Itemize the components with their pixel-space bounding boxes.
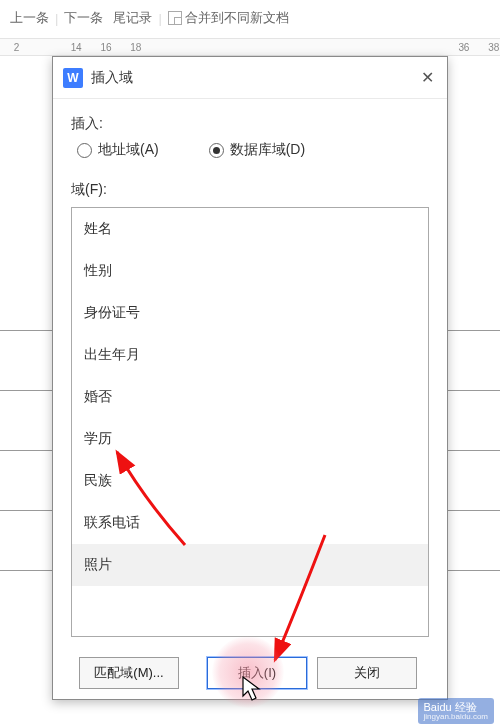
titlebar: W 插入域 ✕: [53, 57, 447, 99]
list-item-label: 婚否: [84, 388, 112, 406]
separator: |: [55, 11, 58, 26]
merge-button[interactable]: 合并到不同新文档: [168, 9, 289, 27]
list-item-label: 性别: [84, 262, 112, 280]
radio-label: 数据库域(D): [230, 141, 305, 159]
merge-label: 合并到不同新文档: [185, 9, 289, 27]
tail-record[interactable]: 尾记录: [113, 9, 152, 27]
match-fields-button[interactable]: 匹配域(M)...: [79, 657, 179, 689]
list-item[interactable]: 性别: [72, 250, 428, 292]
radio-database-field[interactable]: 数据库域(D): [209, 141, 305, 159]
watermark: Baidu 经验 jingyan.baidu.com: [418, 698, 494, 724]
list-item[interactable]: 出生年月: [72, 334, 428, 376]
insert-button[interactable]: 插入(I): [207, 657, 307, 689]
ruler: 2 1416 18 36 38: [0, 38, 500, 56]
dialog-button-row: 匹配域(M)... 插入(I) 关闭: [71, 647, 429, 699]
list-item[interactable]: 照片: [72, 544, 428, 586]
list-item[interactable]: 婚否: [72, 376, 428, 418]
radio-label: 地址域(A): [98, 141, 159, 159]
next-record[interactable]: 下一条: [64, 9, 103, 27]
radio-icon: [77, 143, 92, 158]
list-item-label: 民族: [84, 472, 112, 490]
radio-group-insert-type: 地址域(A) 数据库域(D): [71, 141, 429, 159]
list-item-label: 学历: [84, 430, 112, 448]
close-icon[interactable]: ✕: [417, 68, 437, 87]
list-item[interactable]: 学历: [72, 418, 428, 460]
list-item-label: 出生年月: [84, 346, 140, 364]
list-item-label: 联系电话: [84, 514, 140, 532]
field-list-label: 域(F):: [71, 181, 429, 199]
list-item[interactable]: 姓名: [72, 208, 428, 250]
insert-field-dialog: W 插入域 ✕ 插入: 地址域(A) 数据库域(D) 域(F): 姓名 性别 身…: [52, 56, 448, 700]
field-listbox[interactable]: 姓名 性别 身份证号 出生年月 婚否 学历 民族 联系电话 照片: [71, 207, 429, 637]
dialog-title: 插入域: [91, 69, 417, 87]
radio-address-field[interactable]: 地址域(A): [77, 141, 159, 159]
watermark-sub: jingyan.baidu.com: [424, 713, 488, 722]
list-item[interactable]: 身份证号: [72, 292, 428, 334]
list-item[interactable]: 联系电话: [72, 502, 428, 544]
prev-record[interactable]: 上一条: [10, 9, 49, 27]
list-item[interactable]: 民族: [72, 460, 428, 502]
list-item-label: 照片: [84, 556, 112, 574]
list-item-label: 姓名: [84, 220, 112, 238]
list-item-label: 身份证号: [84, 304, 140, 322]
background-toolbar: 上一条 | 下一条 尾记录 | 合并到不同新文档: [0, 4, 500, 32]
app-icon: W: [63, 68, 83, 88]
separator: |: [158, 11, 161, 26]
radio-icon: [209, 143, 224, 158]
dialog-body: 插入: 地址域(A) 数据库域(D) 域(F): 姓名 性别 身份证号 出生年月…: [53, 99, 447, 699]
close-button[interactable]: 关闭: [317, 657, 417, 689]
merge-icon: [168, 11, 182, 25]
insert-label: 插入:: [71, 115, 429, 133]
